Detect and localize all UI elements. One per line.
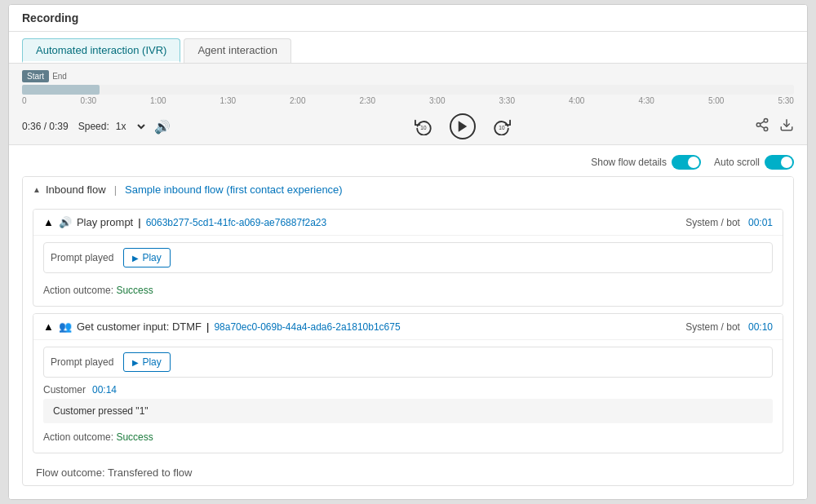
speed-control: Speed: 1x 1.5x 2x — [78, 120, 148, 133]
tabs-row: Automated interaction (IVR) Agent intera… — [9, 32, 807, 64]
svg-point-3 — [764, 119, 768, 123]
auto-scroll-toggle-group: Auto scroll — [714, 155, 794, 170]
skip-back-button[interactable]: 10 — [410, 113, 437, 139]
timeline-progress — [22, 85, 100, 95]
tab-agent-interaction[interactable]: Agent interaction — [184, 38, 291, 63]
play-triangle-icon-0: ▶ — [132, 254, 139, 263]
play-prompt-system-bot: System / bot — [685, 217, 740, 228]
play-prompt-content: Prompt played ▶ Play Action outcome: Suc… — [33, 235, 783, 306]
svg-marker-1 — [459, 121, 468, 132]
tab-automated-interaction[interactable]: Automated interaction (IVR) — [22, 38, 180, 63]
skip-forward-button[interactable]: 10 — [489, 113, 515, 139]
customer-pressed-box: Customer pressed "1" — [43, 399, 773, 423]
play-pause-button[interactable] — [450, 113, 476, 139]
svg-point-5 — [764, 127, 768, 131]
timeline-ticks: 0 0:30 1:00 1:30 2:00 2:30 3:00 3:30 4:0… — [22, 96, 794, 105]
prompt-play-button-1[interactable]: ▶ Play — [123, 352, 170, 372]
flow-header: ▲ Inbound flow | Sample inbound flow (fi… — [23, 177, 793, 202]
play-triangle-icon-1: ▶ — [132, 358, 139, 367]
action-outcome-value-1: Success — [116, 431, 153, 443]
get-customer-input-system-bot: System / bot — [685, 321, 740, 333]
get-customer-input-collapse-icon[interactable]: ▲ — [43, 321, 54, 333]
flow-collapse-icon[interactable]: ▲ — [33, 185, 41, 194]
play-prompt-timestamp: 00:01 — [748, 217, 773, 228]
play-prompt-name: Play prompt — [77, 216, 133, 228]
timeline-bar[interactable] — [22, 85, 794, 95]
flow-section: ▲ Inbound flow | Sample inbound flow (fi… — [22, 176, 794, 486]
svg-text:10: 10 — [420, 125, 427, 130]
volume-button[interactable]: 🔊 — [154, 119, 171, 135]
action-outcome-0: Action outcome: Success — [43, 280, 773, 299]
show-flow-details-toggle-group: Show flow details — [591, 155, 701, 170]
timeline-end-label: End — [52, 72, 67, 81]
playback-controls: 10 10 — [177, 113, 748, 139]
action-outcome-value-0: Success — [116, 285, 153, 296]
timeline-start-marker: Start — [22, 70, 49, 82]
flow-name: Inbound flow — [46, 183, 106, 196]
download-button[interactable] — [779, 117, 794, 135]
people-icon: 👥 — [59, 321, 72, 333]
prompt-played-row-1: Prompt played ▶ Play — [43, 347, 773, 378]
prompt-play-button-0[interactable]: ▶ Play — [123, 248, 170, 267]
play-prompt-link[interactable]: 6063b277-5cd1-41fc-a069-ae76887f2a23 — [146, 217, 327, 228]
action-outcome-1: Action outcome: Success — [43, 427, 773, 446]
customer-row: Customer 00:14 — [43, 384, 773, 396]
show-flow-bar: Show flow details Auto scroll — [22, 152, 794, 176]
speaker-icon: 🔊 — [59, 216, 72, 228]
customer-label: Customer — [43, 384, 86, 396]
speed-select[interactable]: 1x 1.5x 2x — [113, 120, 148, 133]
recording-window: Recording Automated interaction (IVR) Ag… — [8, 4, 808, 500]
show-flow-details-label: Show flow details — [591, 157, 667, 168]
prompt-played-label-1: Prompt played — [51, 356, 113, 368]
flow-link[interactable]: Sample inbound flow (first contact exper… — [125, 183, 343, 196]
play-prompt-block: ▲ 🔊 Play prompt | 6063b277-5cd1-41fc-a06… — [33, 209, 783, 307]
svg-line-7 — [760, 122, 764, 124]
flow-outcome: Flow outcome: Transfered to flow — [23, 460, 793, 485]
auto-scroll-toggle[interactable] — [765, 155, 794, 170]
svg-point-4 — [756, 123, 761, 127]
timeline-section: Start End 0 0:30 1:00 1:30 2:00 2:30 3:0… — [9, 64, 807, 108]
get-customer-input-content: Prompt played ▶ Play Customer 00:14 Cust… — [33, 339, 783, 453]
timeline-labels: Start End — [22, 67, 794, 85]
customer-time: 00:14 — [92, 384, 117, 396]
window-title: Recording — [9, 5, 807, 32]
play-prompt-header: ▲ 🔊 Play prompt | 6063b277-5cd1-41fc-a06… — [33, 210, 783, 235]
show-flow-details-toggle[interactable] — [672, 155, 701, 170]
right-controls — [755, 117, 794, 135]
svg-line-6 — [760, 126, 764, 128]
get-customer-input-name: Get customer input: DTMF — [77, 321, 202, 333]
time-display: 0:36 / 0:39 — [22, 121, 69, 132]
auto-scroll-label: Auto scroll — [714, 157, 760, 168]
get-customer-input-timestamp: 00:10 — [748, 321, 773, 333]
svg-text:10: 10 — [499, 125, 505, 130]
get-customer-input-block: ▲ 👥 Get customer input: DTMF | 98a70ec0-… — [33, 313, 783, 453]
share-button[interactable] — [755, 117, 769, 135]
volume-icon: 🔊 — [154, 120, 171, 134]
prompt-played-label: Prompt played — [51, 252, 113, 263]
play-prompt-collapse-icon[interactable]: ▲ — [43, 216, 54, 228]
prompt-played-row: Prompt played ▶ Play — [43, 242, 773, 273]
flow-separator: | — [114, 183, 117, 196]
content-area: Show flow details Auto scroll ▲ Inbound … — [9, 145, 807, 499]
get-customer-input-link[interactable]: 98a70ec0-069b-44a4-ada6-2a1810b1c675 — [214, 321, 400, 333]
get-customer-input-header: ▲ 👥 Get customer input: DTMF | 98a70ec0-… — [33, 314, 783, 339]
controls-bar: 0:36 / 0:39 Speed: 1x 1.5x 2x 🔊 10 — [9, 108, 807, 145]
